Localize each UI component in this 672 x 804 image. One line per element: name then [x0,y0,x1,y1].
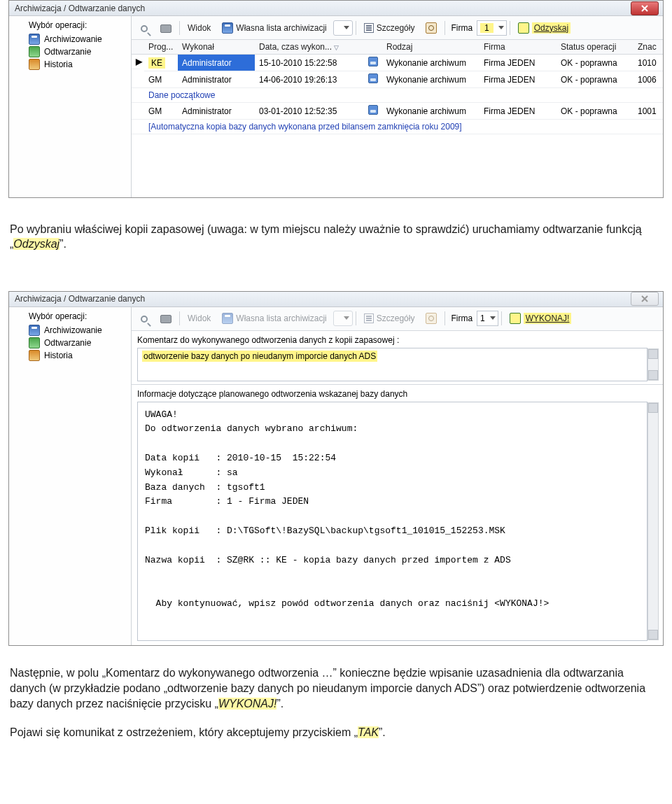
body-layout: Wybór operacji: Archiwizowanie Odtwarzan… [9,307,663,646]
save-icon [29,325,40,336]
firma-label: Firma [448,23,475,33]
widok-label: Widok [188,23,211,33]
highlight-tak: TAK [358,726,379,738]
print-button[interactable] [155,20,176,36]
own-list-button[interactable]: Własna lista archiwizacji [217,20,331,36]
save-icon [29,34,40,45]
tree-label: Odtwarzanie [44,47,91,57]
text: ”. [59,238,66,250]
firma-dropdown[interactable]: 1 [477,20,507,36]
tree-item-history[interactable]: Historia [29,58,128,71]
scroll-down-icon [648,370,658,380]
close-button[interactable] [631,292,659,306]
zoom-button[interactable] [421,20,442,36]
col-rodzaj[interactable]: Rodzaj [382,40,479,55]
content-area: Widok Własna lista archiwizacji Szczegół… [132,16,663,197]
table-row[interactable]: GM Administrator 14-06-2010 19:26:13 Wyk… [132,71,663,88]
tree-item-restore[interactable]: Odtwarzanie [29,45,128,58]
text: ”. [379,726,386,738]
note-text: Dane początkowe [144,88,663,103]
col-status[interactable]: Status operacji [556,40,634,55]
view-dropdown[interactable] [333,20,353,36]
sidebar: Wybór operacji: Archiwizowanie Odtwarzan… [9,307,132,646]
scrollbar[interactable] [648,348,659,381]
disk-icon [368,73,378,83]
cell-rodzaj: Wykonanie archiwum [382,71,479,88]
col-prog[interactable]: Prog... [144,40,178,55]
odzyskaj-label: Odzyskaj [532,22,570,34]
chevron-down-icon [344,26,349,29]
close-button[interactable] [631,1,659,15]
cell-data: 03-01-2010 12:52:35 [255,103,364,120]
firma-value: 1 [480,313,485,323]
cell-status: OK - poprawna [556,103,634,120]
details-button[interactable]: Szczegóły [359,20,420,36]
tree-item-archive[interactable]: Archiwizowanie [29,324,128,337]
tree-label: Historia [44,59,73,69]
own-list-button[interactable]: Własna lista archiwizacji [217,310,331,327]
search-button[interactable] [136,20,154,36]
details-label: Szczegóły [377,23,415,33]
history-icon [29,350,40,361]
table-row[interactable]: ▶ KE Administrator 15-10-2010 15:22:58 W… [132,55,663,71]
cell-firma: Firma JEDEN [479,55,556,71]
separator [501,311,502,325]
execute-icon [510,313,521,324]
sidebar: Wybór operacji: Archiwizowanie Odtwarzan… [9,16,132,197]
cell-znac: 1010 [634,55,663,71]
save-icon [222,22,233,34]
separator [444,311,445,325]
widok-button[interactable]: Widok [183,20,216,36]
col-znac[interactable]: Znac [634,40,663,55]
window-archiver-restore: Archiwizacja / Odtwarzanie danych Wybór … [8,291,664,647]
zoom-button[interactable] [421,310,442,327]
cell-znac: 1006 [634,71,663,88]
close-icon [640,295,649,303]
tree-item-archive[interactable]: Archiwizowanie [29,33,128,45]
details-label: Szczegóły [377,313,415,323]
scrollbar[interactable] [648,402,659,641]
cell-data: 15-10-2010 15:22:58 [255,55,364,71]
history-icon [29,59,40,70]
cell-rodzaj: Wykonanie archiwum [382,103,479,120]
text: Po wybraniu właściwej kopii zapasowej (u… [10,223,642,251]
cell-znac: 1001 [634,103,663,120]
view-dropdown[interactable] [333,311,353,326]
operation-tree: Archiwizowanie Odtwarzanie Historia [13,33,128,71]
col-wykonal[interactable]: Wykonał [178,40,255,55]
cell-data: 14-06-2010 19:26:13 [255,71,364,88]
tree-label: Odtwarzanie [44,338,91,348]
restore-icon [29,337,40,348]
window-title: Archiwizacja / Odtwarzanie danych [15,3,145,13]
highlight-wykonaj: WYKONAJ! [218,698,277,710]
row-marker [132,71,144,88]
close-icon [640,4,649,13]
disk-icon [368,105,378,115]
comment-textarea[interactable]: odtworzenie bazy danych po nieudanym imp… [137,348,648,381]
col-data-label: Data, czas wykon... [259,42,332,52]
scroll-up-icon [648,403,658,413]
widok-button[interactable]: Widok [183,310,216,327]
col-firma[interactable]: Firma [479,40,556,55]
list-icon [364,313,374,323]
print-button[interactable] [155,310,176,327]
search-button[interactable] [136,310,154,327]
tree-label: Archiwizowanie [44,325,102,335]
body-paragraph: Pojawi się komunikat z ostrzeżeniem, któ… [10,725,662,740]
wykonaj-button[interactable]: WYKONAJ! [505,310,580,327]
body-paragraph: Po wybraniu właściwej kopii zapasowej (u… [10,222,662,252]
separator [179,21,180,35]
firma-dropdown[interactable]: 1 [477,311,498,326]
print-icon [160,24,172,33]
details-button[interactable]: Szczegóły [359,310,420,327]
separator [356,21,356,35]
toolbar: Widok Własna lista archiwizacji Szczegół… [132,16,663,40]
odzyskaj-button[interactable]: Odzyskaj [513,20,578,36]
table-row[interactable]: GM Administrator 03-01-2010 12:52:35 Wyk… [132,103,663,120]
tree-item-history[interactable]: Historia [29,349,128,362]
cell-firma: Firma JEDEN [479,71,556,88]
tree-item-restore[interactable]: Odtwarzanie [29,337,128,349]
col-data[interactable]: Data, czas wykon...▽ [255,40,364,55]
separator [179,311,180,325]
cell-prog: GM [144,71,178,88]
